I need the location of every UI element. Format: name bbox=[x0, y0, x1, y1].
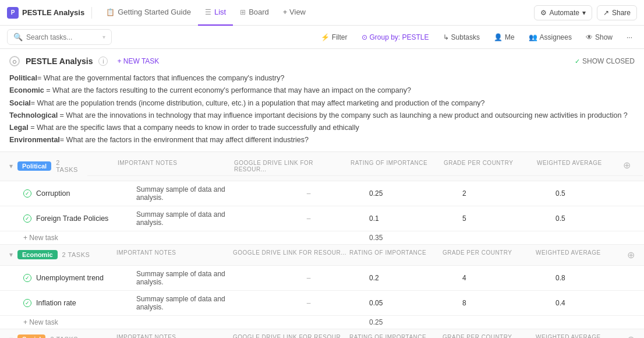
getting-started-icon: 📋 bbox=[106, 8, 115, 16]
task-weighted: 0.4 bbox=[553, 299, 635, 307]
board-icon: ⊞ bbox=[240, 8, 246, 16]
tab-add-view[interactable]: + View bbox=[276, 0, 313, 26]
filter-icon: ⚡ bbox=[321, 33, 330, 41]
new-task-economic[interactable]: + New task bbox=[23, 318, 134, 326]
checkmark-icon: ✓ bbox=[575, 58, 580, 65]
me-icon: 👤 bbox=[494, 33, 503, 41]
add-column-political-button[interactable]: ⊕ bbox=[621, 160, 634, 172]
app-logo: P PESTLE Analysis bbox=[7, 7, 92, 19]
political-summary-row: + New task 0.35 bbox=[0, 231, 644, 245]
search-chevron-icon: ▾ bbox=[102, 34, 105, 40]
search-box[interactable]: 🔍 ▾ bbox=[7, 29, 112, 45]
top-navigation: P PESTLE Analysis 📋 Getting Started Guid… bbox=[0, 0, 644, 26]
task-drive-link: – bbox=[250, 214, 367, 223]
tab-board[interactable]: ⊞ Board bbox=[233, 0, 276, 26]
group-by-button[interactable]: ⊙ Group by: PESTLE bbox=[357, 31, 434, 44]
group-social-badge: Social bbox=[17, 335, 45, 338]
legal-label: Legal bbox=[9, 124, 29, 132]
show-button[interactable]: 👁 Show bbox=[581, 31, 617, 44]
table-row: ✓ Foreign Trade Policies Summay sample o… bbox=[0, 206, 644, 231]
tab-list[interactable]: ☰ List bbox=[198, 0, 233, 26]
add-column-social-button[interactable]: ⊕ bbox=[627, 334, 635, 339]
group-political-header: ▾ Political 2 TASKS IMPORTANT NOTES GOOG… bbox=[0, 152, 644, 181]
info-icon[interactable]: i bbox=[98, 57, 108, 66]
table-row: ✓ Inflation rate Summay sample of data a… bbox=[0, 291, 644, 316]
social-label: Social bbox=[9, 99, 31, 107]
assignees-button[interactable]: 👥 Assignees bbox=[524, 31, 576, 44]
group-political-count: 2 TASKS bbox=[56, 159, 78, 173]
task-label[interactable]: Foreign Trade Policies bbox=[36, 214, 108, 223]
economic-desc: = What are the factors resulting to the … bbox=[44, 86, 411, 94]
add-column-economic-button[interactable]: ⊕ bbox=[627, 249, 635, 260]
task-grade: 4 bbox=[460, 274, 553, 282]
logo-icon: P bbox=[7, 7, 19, 19]
group-political: ▾ Political 2 TASKS IMPORTANT NOTES GOOG… bbox=[0, 152, 644, 245]
political-label: Political bbox=[9, 74, 37, 82]
app-title: PESTLE Analysis bbox=[22, 8, 84, 17]
list-header: ○ PESTLE Analysis i + NEW TASK ✓ SHOW CL… bbox=[0, 49, 644, 152]
economic-label: Economic bbox=[9, 86, 44, 94]
legal-desc: = What are the specific laws that a comp… bbox=[29, 124, 359, 132]
task-label[interactable]: Inflation rate bbox=[36, 299, 76, 307]
group-economic-badge: Economic bbox=[17, 250, 58, 259]
economic-summary-row: + New task 0.25 bbox=[0, 316, 644, 329]
table-row: ✓ Unemployment trend Summay sample of da… bbox=[0, 266, 644, 291]
subtasks-button[interactable]: ↳ Subtasks bbox=[438, 31, 484, 44]
nav-tabs: 📋 Getting Started Guide ☰ List ⊞ Board +… bbox=[99, 0, 531, 26]
environmental-label: Environmental bbox=[9, 136, 60, 144]
task-notes: Summay sample of data and analysis. bbox=[134, 270, 250, 286]
col-headers-social: IMPORTANT NOTES GOOGLE DRIVE LINK FOR RE… bbox=[87, 334, 635, 339]
task-notes: Summay sample of data and analysis. bbox=[134, 185, 250, 202]
task-rating: 0.05 bbox=[367, 299, 460, 307]
search-input[interactable] bbox=[26, 33, 99, 41]
group-economic: ▾ Economic 2 TASKS IMPORTANT NOTES GOOGL… bbox=[0, 245, 644, 329]
group-social-count: 3 TASKS bbox=[50, 336, 78, 338]
task-drive-link: – bbox=[250, 274, 367, 282]
list-title: PESTLE Analysis bbox=[26, 57, 93, 66]
me-button[interactable]: 👤 Me bbox=[489, 31, 519, 44]
share-button[interactable]: ↗ Share bbox=[597, 5, 637, 20]
economic-summary-value: 0.25 bbox=[367, 318, 460, 326]
toolbar-right: ⚡ Filter ⊙ Group by: PESTLE ↳ Subtasks 👤… bbox=[316, 31, 637, 44]
task-weighted: 0.5 bbox=[553, 189, 635, 198]
task-grade: 5 bbox=[460, 214, 553, 223]
task-complete-icon[interactable]: ✓ bbox=[23, 214, 31, 223]
task-rating: 0.1 bbox=[367, 214, 460, 223]
assignees-icon: 👥 bbox=[529, 33, 537, 41]
content-area: ○ PESTLE Analysis i + NEW TASK ✓ SHOW CL… bbox=[0, 49, 644, 338]
show-closed-button[interactable]: ✓ SHOW CLOSED bbox=[575, 57, 635, 65]
task-name: ✓ Foreign Trade Policies bbox=[23, 214, 134, 223]
filter-button[interactable]: ⚡ Filter bbox=[316, 31, 352, 44]
group-social-toggle[interactable]: ▾ bbox=[9, 335, 13, 338]
task-name: ✓ Corruption bbox=[23, 189, 134, 198]
task-complete-icon[interactable]: ✓ bbox=[23, 274, 31, 282]
technological-label: Technological bbox=[9, 111, 58, 119]
list-collapse-toggle[interactable]: ○ bbox=[9, 56, 20, 66]
task-weighted: 0.5 bbox=[553, 214, 635, 223]
political-desc: = What are the governmental factors that… bbox=[37, 74, 285, 82]
task-complete-icon[interactable]: ✓ bbox=[23, 189, 31, 198]
task-label[interactable]: Corruption bbox=[36, 189, 70, 198]
search-icon: 🔍 bbox=[13, 33, 23, 41]
task-drive-link: – bbox=[250, 299, 367, 307]
list-icon: ☰ bbox=[205, 8, 211, 16]
more-options-button[interactable]: ··· bbox=[622, 31, 637, 44]
task-drive-link: – bbox=[250, 189, 367, 198]
new-task-button[interactable]: + NEW TASK bbox=[114, 56, 162, 66]
task-name: ✓ Inflation rate bbox=[23, 299, 134, 307]
col-headers-economic: IMPORTANT NOTES GOOGLE DRIVE LINK FOR RE… bbox=[99, 249, 635, 260]
group-economic-toggle[interactable]: ▾ bbox=[9, 251, 13, 259]
tab-getting-started[interactable]: 📋 Getting Started Guide bbox=[99, 0, 198, 26]
table-row: ✓ Corruption Summay sample of data and a… bbox=[0, 181, 644, 206]
group-social-header: ▾ Social 3 TASKS IMPORTANT NOTES GOOGLE … bbox=[0, 329, 644, 339]
automate-button[interactable]: ⚙ Automate ▾ bbox=[534, 5, 592, 20]
automate-icon: ⚙ bbox=[540, 9, 547, 17]
task-label[interactable]: Unemployment trend bbox=[36, 274, 104, 282]
automate-chevron-icon: ▾ bbox=[582, 9, 586, 17]
task-complete-icon[interactable]: ✓ bbox=[23, 299, 31, 307]
new-task-political[interactable]: + New task bbox=[23, 234, 134, 242]
group-political-toggle[interactable]: ▾ bbox=[9, 162, 13, 170]
list-header-top: ○ PESTLE Analysis i + NEW TASK ✓ SHOW CL… bbox=[9, 56, 635, 66]
task-weighted: 0.8 bbox=[553, 274, 635, 282]
task-name: ✓ Unemployment trend bbox=[23, 274, 134, 282]
